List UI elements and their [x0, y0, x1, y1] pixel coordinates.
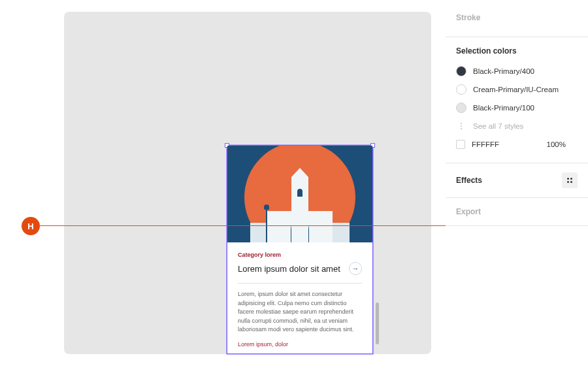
raw-opacity-label: 100%	[547, 140, 566, 148]
color-style-label: Black-Primary/100	[473, 104, 534, 112]
see-all-styles[interactable]: See all 7 styles	[456, 117, 578, 135]
properties-sidebar: Stroke Selection colors Black-Primary/40…	[446, 0, 588, 392]
raw-hex-label: FFFFFF	[472, 140, 499, 148]
more-dots-icon	[456, 123, 466, 129]
color-style-row[interactable]: Black-Primary/100	[456, 99, 578, 117]
export-title: Export	[456, 207, 578, 216]
stroke-section[interactable]: Stroke	[446, 0, 588, 37]
styles-button[interactable]	[562, 172, 578, 188]
selection-colors-title: Selection colors	[456, 46, 578, 56]
effects-title: Effects	[456, 176, 482, 185]
export-section[interactable]: Export	[446, 198, 588, 226]
swatch-icon	[456, 66, 466, 76]
color-style-row[interactable]: Cream-Primary/IU-Cream	[456, 80, 578, 99]
swatch-icon	[456, 103, 466, 113]
four-dot-icon	[566, 177, 573, 184]
card-title-row: Lorem ipsum dolor sit amet →	[238, 262, 362, 275]
see-all-label: See all 7 styles	[473, 122, 523, 130]
color-style-label: Black-Primary/400	[473, 67, 534, 75]
card-body-text: Lorem, ipsum dolor sit amet consectetur …	[238, 290, 362, 335]
raw-color-row[interactable]: FFFFFF 100%	[456, 135, 578, 154]
card-meta-text: Lorem ipsum, dolor	[238, 341, 362, 348]
selected-frame[interactable]: Category lorem Lorem ipsum dolor sit ame…	[227, 145, 373, 354]
color-style-label: Cream-Primary/IU-Cream	[473, 86, 559, 93]
stroke-title: Stroke	[456, 13, 578, 22]
annotation-badge: H	[22, 217, 40, 235]
swatch-icon	[456, 140, 465, 149]
card-body: Category lorem Lorem ipsum dolor sit ame…	[227, 242, 372, 357]
card-divider	[238, 283, 362, 284]
annotation-label: H	[27, 221, 33, 231]
effects-section[interactable]: Effects	[446, 163, 588, 198]
canvas-scrollbar[interactable]	[376, 302, 379, 344]
card-category: Category lorem	[238, 252, 362, 258]
card-title-text: Lorem ipsum dolor sit amet	[238, 264, 340, 274]
selection-colors-section: Selection colors Black-Primary/400 Cream…	[446, 37, 588, 163]
swatch-icon	[456, 84, 466, 95]
card-hero-image	[227, 146, 372, 242]
arrow-right-icon[interactable]: →	[349, 262, 362, 275]
color-style-row[interactable]: Black-Primary/400	[456, 62, 578, 80]
